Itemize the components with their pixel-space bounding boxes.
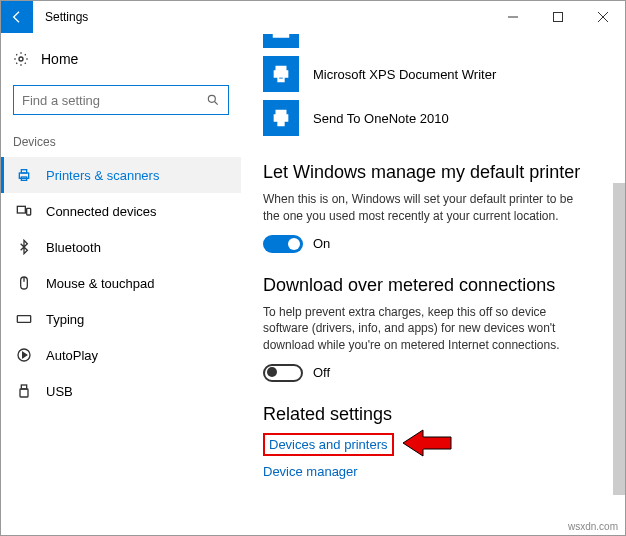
svg-rect-21 <box>20 389 28 397</box>
settings-window: Settings Home Devices <box>0 0 626 536</box>
default-printer-toggle-row: On <box>263 235 613 253</box>
mouse-icon <box>16 275 32 291</box>
bluetooth-icon <box>16 239 32 255</box>
sidebar-item-autoplay[interactable]: AutoPlay <box>1 337 241 373</box>
devices-and-printers-link[interactable]: Devices and printers <box>269 437 388 452</box>
svg-rect-1 <box>553 13 562 22</box>
keyboard-icon <box>16 311 32 327</box>
default-printer-heading: Let Windows manage my default printer <box>263 162 613 183</box>
sidebar-item-label: Typing <box>46 312 84 327</box>
usb-icon <box>16 383 32 399</box>
svg-rect-23 <box>279 78 283 79</box>
metered-toggle[interactable] <box>263 364 303 382</box>
window-controls <box>490 1 625 33</box>
svg-point-5 <box>208 95 215 102</box>
svg-point-4 <box>19 57 23 61</box>
sidebar-item-printers[interactable]: Printers & scanners <box>1 157 241 193</box>
main-panel: x Microsoft XPS Document Writer Send To … <box>241 33 625 535</box>
watermark: wsxdn.com <box>568 521 618 532</box>
category-label: Devices <box>1 125 241 157</box>
related-heading: Related settings <box>263 404 613 425</box>
printer-list-item[interactable]: Microsoft XPS Document Writer <box>263 52 613 96</box>
default-printer-toggle-label: On <box>313 236 330 251</box>
maximize-button[interactable] <box>535 1 580 33</box>
search-icon <box>206 93 220 107</box>
metered-heading: Download over metered connections <box>263 275 613 296</box>
home-link[interactable]: Home <box>1 43 241 75</box>
printer-device-icon <box>263 34 299 48</box>
default-printer-toggle[interactable] <box>263 235 303 253</box>
devices-icon <box>16 203 32 219</box>
sidebar-item-usb[interactable]: USB <box>1 373 241 409</box>
sidebar-item-label: AutoPlay <box>46 348 98 363</box>
minimize-button[interactable] <box>490 1 535 33</box>
sidebar-item-typing[interactable]: Typing <box>1 301 241 337</box>
sidebar-item-mouse[interactable]: Mouse & touchpad <box>1 265 241 301</box>
svg-marker-24 <box>403 430 451 456</box>
printer-label: Microsoft XPS Document Writer <box>313 67 496 82</box>
svg-rect-22 <box>273 33 290 37</box>
sidebar-item-label: Bluetooth <box>46 240 101 255</box>
sidebar: Home Devices Printers & scanners Connect… <box>1 33 241 535</box>
metered-toggle-row: Off <box>263 364 613 382</box>
printer-device-icon <box>263 100 299 136</box>
sidebar-item-label: Connected devices <box>46 204 157 219</box>
window-title: Settings <box>33 10 88 24</box>
gear-icon <box>13 51 29 67</box>
sidebar-item-label: Printers & scanners <box>46 168 159 183</box>
titlebar: Settings <box>1 1 625 33</box>
printer-device-icon <box>263 56 299 92</box>
printer-icon <box>16 167 32 183</box>
back-button[interactable] <box>1 1 33 33</box>
device-manager-link[interactable]: Device manager <box>263 464 358 479</box>
metered-toggle-label: Off <box>313 365 330 380</box>
svg-rect-11 <box>27 208 31 215</box>
sidebar-item-label: Mouse & touchpad <box>46 276 154 291</box>
printer-label: Send To OneNote 2010 <box>313 111 449 126</box>
printer-list-item[interactable]: Send To OneNote 2010 <box>263 96 613 140</box>
search-input[interactable] <box>22 93 206 108</box>
annotation-highlight: Devices and printers <box>263 433 394 456</box>
vertical-scrollbar[interactable] <box>613 183 625 495</box>
search-box[interactable] <box>13 85 229 115</box>
home-label: Home <box>41 51 78 67</box>
sidebar-item-bluetooth[interactable]: Bluetooth <box>1 229 241 265</box>
svg-line-6 <box>215 102 218 105</box>
svg-rect-8 <box>21 170 26 173</box>
content-area: Home Devices Printers & scanners Connect… <box>1 33 625 535</box>
close-button[interactable] <box>580 1 625 33</box>
svg-rect-14 <box>17 316 30 323</box>
printer-list-item[interactable]: x <box>263 33 613 52</box>
default-printer-body: When this is on, Windows will set your d… <box>263 191 583 225</box>
svg-rect-10 <box>17 206 25 213</box>
metered-body: To help prevent extra charges, keep this… <box>263 304 583 354</box>
annotation-arrow-icon <box>403 428 453 458</box>
sidebar-item-label: USB <box>46 384 73 399</box>
autoplay-icon <box>16 347 32 363</box>
sidebar-item-connected[interactable]: Connected devices <box>1 193 241 229</box>
